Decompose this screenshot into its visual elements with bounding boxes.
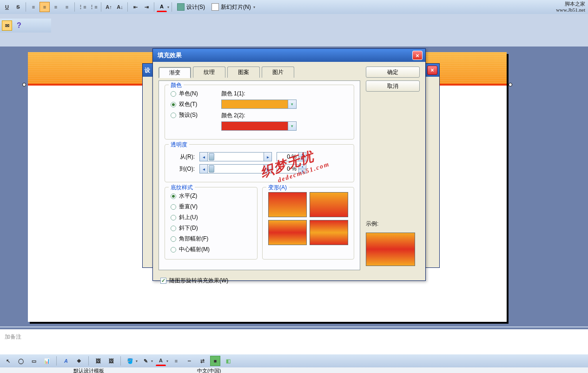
- dialog-titlebar[interactable]: 填充效果 ×: [153, 49, 425, 62]
- insert-picture-icon[interactable]: 🖼: [93, 356, 103, 366]
- radio-diag-down[interactable]: 斜下(D): [171, 224, 251, 232]
- variant-2[interactable]: [310, 192, 348, 217]
- numbered-list-button[interactable]: ⋮≡: [77, 2, 87, 12]
- shadow-icon[interactable]: ■: [210, 356, 220, 366]
- status-language: 中文(中国): [197, 367, 221, 373]
- design-button[interactable]: 设计(S): [174, 2, 208, 12]
- font-increase-button[interactable]: A↑: [104, 2, 114, 12]
- from-slider-thumb[interactable]: [209, 153, 214, 160]
- ok-button[interactable]: 确定: [366, 67, 420, 78]
- to-spin-down[interactable]: ▾: [298, 169, 306, 173]
- selection-handle-left[interactable]: [22, 83, 26, 87]
- align-right-button[interactable]: ≡: [51, 2, 61, 12]
- tab-gradient[interactable]: 渐变: [159, 67, 191, 78]
- tab-picture[interactable]: 图片: [262, 67, 294, 78]
- chart-icon[interactable]: 📊: [42, 356, 52, 366]
- color2-dropdown[interactable]: ▾: [221, 121, 297, 131]
- outdent-button[interactable]: ⇤: [130, 2, 140, 12]
- to-slider[interactable]: ◂ ▸: [199, 164, 272, 173]
- behind-title: 设: [145, 67, 150, 74]
- close-button-behind[interactable]: ×: [427, 66, 437, 75]
- new-slide-icon: [211, 3, 219, 11]
- from-slider-left[interactable]: ◂: [199, 152, 208, 161]
- font-decrease-button[interactable]: A↓: [115, 2, 125, 12]
- insert-clipart-icon[interactable]: 🖼: [106, 356, 116, 366]
- to-slider-right[interactable]: ▸: [264, 164, 272, 173]
- color1-arrow[interactable]: ▾: [288, 100, 297, 109]
- rotate-checkbox[interactable]: ✓: [160, 278, 166, 284]
- color1-dropdown[interactable]: ▾: [221, 100, 297, 109]
- from-spin-down[interactable]: ▾: [298, 157, 306, 161]
- to-spin-up[interactable]: ▴: [298, 165, 306, 169]
- selection-handle-right[interactable]: [509, 83, 512, 87]
- to-slider-left[interactable]: ◂: [199, 164, 208, 173]
- radio-single-color[interactable]: 单色(N): [171, 90, 198, 98]
- radio-two-color[interactable]: 双色(T): [171, 100, 198, 108]
- separator: [127, 2, 128, 12]
- status-template: 默认设计模板: [73, 367, 104, 373]
- from-slider[interactable]: ◂ ▸: [199, 152, 272, 161]
- fill-color-button[interactable]: 🪣▾: [125, 356, 138, 366]
- separator: [154, 2, 154, 12]
- cancel-button[interactable]: 取消: [366, 80, 420, 92]
- transparency-group: 透明度 从(R): ◂ ▸ 0 % ▴▾: [165, 144, 354, 182]
- sample-preview: [366, 233, 415, 266]
- tab-pattern[interactable]: 图案: [227, 67, 260, 78]
- radio-center[interactable]: 中心幅射(M): [171, 246, 251, 253]
- help-button[interactable]: ?: [14, 20, 24, 31]
- select-icon[interactable]: ↖: [3, 356, 13, 366]
- variant-1[interactable]: [268, 192, 307, 217]
- radio-h-label: 水平(Z): [179, 192, 197, 200]
- from-slider-right[interactable]: ▸: [264, 152, 272, 161]
- from-spin-up[interactable]: ▴: [298, 153, 306, 157]
- variants-legend: 变形(A): [266, 184, 289, 192]
- separator: [120, 356, 121, 366]
- align-justify-button[interactable]: ≡: [62, 2, 72, 12]
- color1-label: 颜色 1(1):: [221, 90, 297, 98]
- formatting-toolbar: U S ≡ ≡ ≡ ≡ ⋮≡ ⋮≡ A↑ A↓ ⇤ ⇥ A▾ 设计(S) 新幻灯…: [0, 0, 588, 14]
- line-weight-icon[interactable]: ≡: [171, 356, 181, 366]
- radio-preset[interactable]: 预设(S): [171, 111, 198, 119]
- rect-icon[interactable]: ▭: [29, 356, 39, 366]
- separator: [26, 2, 26, 12]
- to-slider-thumb[interactable]: [209, 165, 214, 173]
- variants-group: 变形(A): [262, 187, 354, 260]
- separator: [74, 2, 75, 12]
- arrow-style-icon[interactable]: ⇄: [197, 356, 207, 366]
- underline-button[interactable]: U: [2, 2, 12, 12]
- font-color-button[interactable]: A▾: [157, 2, 169, 12]
- radio-center-label: 中心幅射(M): [179, 246, 210, 253]
- oval-icon[interactable]: ◯: [16, 356, 26, 366]
- color2-arrow[interactable]: ▾: [288, 121, 297, 131]
- radio-corner[interactable]: 角部幅射(F): [171, 235, 251, 243]
- indent-button[interactable]: ⇥: [141, 2, 152, 12]
- color1-swatch: [221, 100, 288, 109]
- variant-3[interactable]: [268, 220, 307, 245]
- radio-vertical[interactable]: 垂直(V): [171, 203, 251, 211]
- tab-texture[interactable]: 纹理: [193, 67, 225, 78]
- dialog-title: 填充效果: [158, 51, 182, 60]
- diagram-icon[interactable]: ❖: [74, 356, 84, 366]
- fill-effects-dialog: 填充效果 × 渐变 纹理 图案 图片 颜色 单色(N) 双色(T) 预设(: [152, 48, 426, 281]
- mail-icon[interactable]: ✉: [2, 20, 12, 31]
- notes-pane[interactable]: 加备注: [0, 327, 588, 354]
- from-spinner[interactable]: 0 % ▴▾: [277, 152, 306, 161]
- align-center-button[interactable]: ≡: [40, 2, 50, 12]
- drawing-toolbar: ↖ ◯ ▭ 📊 A ❖ 🖼 🖼 🪣▾ ✎▾ A▾ ≡ ┄ ⇄ ■ ◧: [0, 354, 588, 367]
- radio-horizontal[interactable]: 水平(Z): [171, 192, 251, 200]
- to-spinner[interactable]: 0 % ▴▾: [277, 164, 306, 173]
- variant-4[interactable]: [310, 220, 348, 245]
- color2-swatch: [221, 121, 288, 131]
- new-slide-button[interactable]: 新幻灯片(N)▾: [209, 2, 258, 12]
- dash-style-icon[interactable]: ┄: [184, 356, 194, 366]
- 3d-icon[interactable]: ◧: [223, 356, 233, 366]
- font-color-button-2[interactable]: A▾: [156, 356, 168, 366]
- wordart-icon[interactable]: A: [61, 356, 71, 366]
- line-color-button[interactable]: ✎▾: [140, 356, 153, 366]
- bullet-list-button[interactable]: ⋮≡: [88, 2, 99, 12]
- strikethrough-button[interactable]: S: [13, 2, 23, 12]
- rotate-checkbox-row[interactable]: ✓ 随图形旋转填充效果(W): [153, 275, 425, 289]
- radio-diag-up[interactable]: 斜上(U): [171, 213, 251, 221]
- close-button[interactable]: ×: [412, 51, 423, 60]
- align-left-button[interactable]: ≡: [28, 2, 39, 12]
